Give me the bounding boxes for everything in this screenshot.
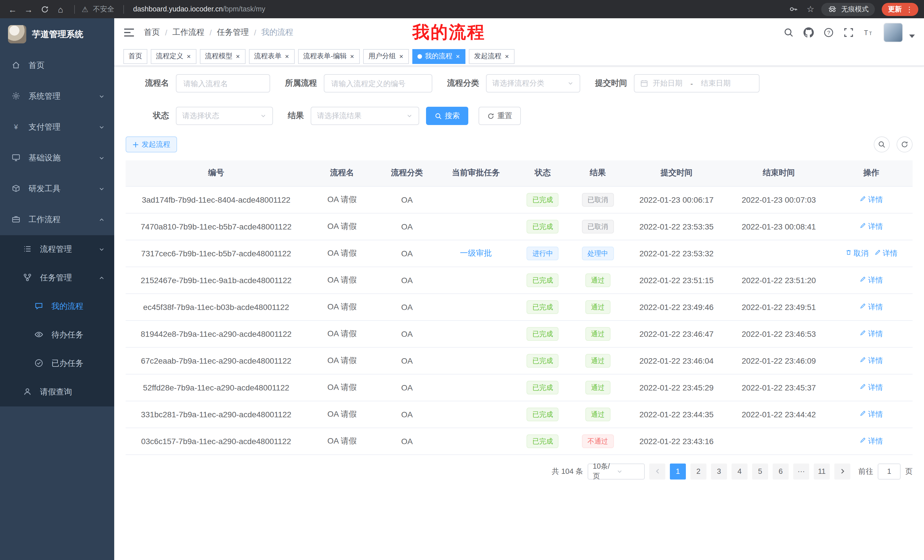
menu-kebab-icon[interactable]: ⋮ <box>906 5 913 13</box>
tab-item[interactable]: 我的流程× <box>412 49 465 64</box>
key-icon[interactable] <box>786 2 800 16</box>
sidebar-item[interactable]: 任务管理 <box>0 264 114 292</box>
page-size-select[interactable]: 10条/页 <box>588 463 645 479</box>
incognito-badge: 无痕模式 <box>821 3 875 16</box>
close-icon[interactable]: × <box>186 53 191 60</box>
goto-page-input[interactable] <box>878 463 901 479</box>
result-select[interactable]: 请选择流结果 <box>310 107 419 125</box>
github-icon[interactable] <box>804 27 814 38</box>
browser-home-icon[interactable]: ⌂ <box>54 2 68 16</box>
show-search-button[interactable] <box>874 136 890 153</box>
search-button[interactable]: 搜索 <box>426 107 468 125</box>
cell-id: 819442e8-7b9a-11ec-a290-acde48001122 <box>126 320 307 347</box>
detail-action-link[interactable]: 详情 <box>860 195 883 205</box>
tab-item[interactable]: 流程模型× <box>200 49 246 64</box>
back-icon[interactable]: ← <box>6 2 20 16</box>
tab-label: 流程模型 <box>205 51 232 61</box>
chevron-down-icon <box>98 155 105 162</box>
cancel-action-link[interactable]: 取消 <box>845 248 868 258</box>
detail-action-link[interactable]: 详情 <box>874 248 897 258</box>
fullscreen-icon[interactable] <box>843 27 854 38</box>
tab-item[interactable]: 发起流程× <box>469 49 514 64</box>
close-icon[interactable]: × <box>399 53 404 60</box>
chevron-down-icon <box>98 93 105 100</box>
status-badge: 进行中 <box>527 246 559 260</box>
sidebar-item[interactable]: 待办任务 <box>0 321 114 349</box>
tabs-bar: 首页流程定义×流程模型×流程表单×流程表单-编辑×用户分组×我的流程×发起流程× <box>114 47 924 66</box>
detail-action-link[interactable]: 详情 <box>860 302 883 312</box>
sidebar-item[interactable]: 流程管理 <box>0 235 114 264</box>
detail-action-link[interactable]: 详情 <box>860 275 883 285</box>
logo[interactable]: 芋道管理系统 <box>0 18 114 50</box>
sidebar-item[interactable]: 我的流程 <box>0 292 114 321</box>
cell-category: OA <box>378 240 436 267</box>
page-more-icon[interactable]: ··· <box>793 463 809 479</box>
sidebar-item[interactable]: ¥支付管理 <box>0 112 114 143</box>
url-bar[interactable]: ⚠ 不安全 dashboard.yudao.iocoder.cn/bpm/tas… <box>82 4 784 14</box>
definition-label: 所属流程 <box>285 78 317 88</box>
cell-task <box>436 267 515 293</box>
tab-item[interactable]: 流程表单× <box>249 49 295 64</box>
reset-button[interactable]: 重置 <box>478 107 521 125</box>
sidebar-item[interactable]: 工作流程 <box>0 204 114 235</box>
search-icon[interactable] <box>783 27 794 38</box>
next-page-button[interactable] <box>834 463 850 479</box>
detail-action-link[interactable]: 详情 <box>860 436 883 446</box>
prev-page-button[interactable] <box>650 463 665 479</box>
page-number-button[interactable]: 3 <box>711 463 727 479</box>
tab-item[interactable]: 流程表单-编辑× <box>298 49 360 64</box>
close-icon[interactable]: × <box>350 53 355 60</box>
page-number-button[interactable]: 2 <box>690 463 706 479</box>
status-select[interactable]: 请选择状态 <box>176 107 273 125</box>
font-size-icon[interactable]: TT <box>864 27 874 38</box>
tab-item[interactable]: 流程定义× <box>151 49 196 64</box>
chevron-down-icon[interactable] <box>909 30 915 35</box>
hamburger-icon[interactable] <box>123 27 135 38</box>
sidebar-item[interactable]: 请假查询 <box>0 378 114 406</box>
task-link[interactable]: 一级审批 <box>460 248 492 257</box>
detail-action-link[interactable]: 详情 <box>860 221 883 232</box>
category-label: 流程分类 <box>447 78 479 88</box>
sidebar-item[interactable]: 研发工具 <box>0 174 114 204</box>
update-button[interactable]: 更新 ⋮ <box>882 3 918 16</box>
close-icon[interactable]: × <box>235 53 240 60</box>
sidebar-item[interactable]: 基础设施 <box>0 143 114 174</box>
breadcrumb-item[interactable]: 首页 <box>144 27 160 38</box>
refresh-button[interactable] <box>897 136 913 153</box>
reload-icon[interactable] <box>38 2 51 16</box>
sidebar-item[interactable]: 已办任务 <box>0 349 114 378</box>
logo-avatar <box>8 25 26 43</box>
process-name-input[interactable] <box>176 74 270 93</box>
edit-icon <box>860 410 866 418</box>
start-process-button[interactable]: 发起流程 <box>126 136 177 153</box>
detail-action-link[interactable]: 详情 <box>860 409 883 419</box>
cell-actions: 详情 <box>830 186 913 213</box>
user-avatar[interactable] <box>884 23 903 42</box>
sidebar-item[interactable]: 首页 <box>0 50 114 81</box>
category-select[interactable]: 请选择流程分类 <box>486 74 580 93</box>
edit-icon <box>860 383 866 392</box>
tab-item[interactable]: 首页 <box>123 49 147 64</box>
sidebar-item[interactable]: 系统管理 <box>0 81 114 112</box>
page-number-button[interactable]: 4 <box>732 463 747 479</box>
close-icon[interactable]: × <box>504 53 509 60</box>
tab-item[interactable]: 用户分组× <box>363 49 409 64</box>
date-range-picker[interactable]: 开始日期 - 结束日期 <box>634 74 759 93</box>
breadcrumb-item[interactable]: 工作流程 <box>172 27 204 38</box>
close-icon[interactable]: × <box>455 53 460 60</box>
page-number-button[interactable]: 6 <box>772 463 789 479</box>
tab-label: 流程表单-编辑 <box>303 51 346 61</box>
page-number-button[interactable]: 1 <box>670 463 686 479</box>
definition-input[interactable] <box>324 74 432 93</box>
help-icon[interactable]: ? <box>824 27 834 38</box>
forward-icon[interactable]: → <box>22 2 35 16</box>
page-number-button[interactable]: 11 <box>814 463 830 479</box>
page-number-button[interactable]: 5 <box>752 463 768 479</box>
bookmark-star-icon[interactable]: ☆ <box>807 4 814 14</box>
close-icon[interactable]: × <box>284 53 290 60</box>
cell-name: OA 请假 <box>307 240 378 267</box>
breadcrumb-item[interactable]: 任务管理 <box>217 27 249 38</box>
detail-action-link[interactable]: 详情 <box>860 382 883 392</box>
detail-action-link[interactable]: 详情 <box>860 355 883 365</box>
detail-action-link[interactable]: 详情 <box>860 328 883 339</box>
